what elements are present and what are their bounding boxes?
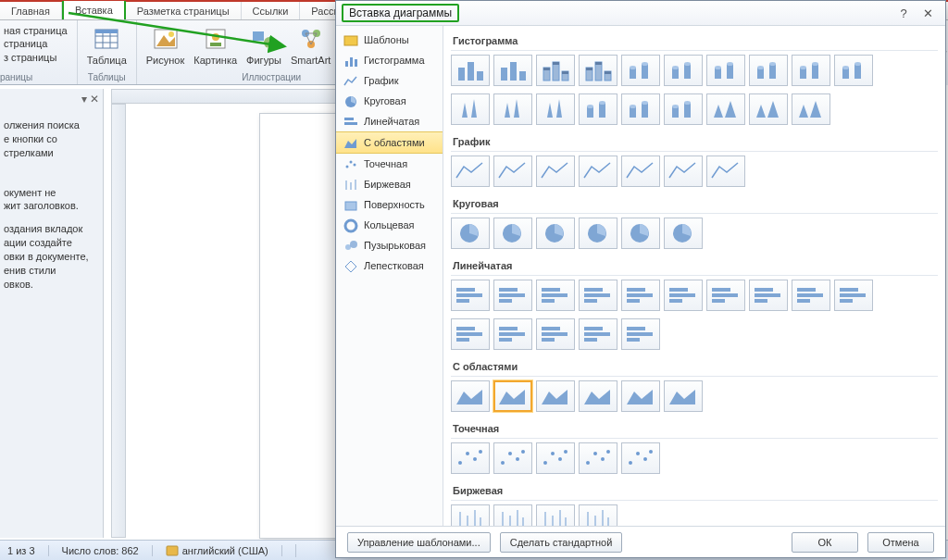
chart-thumb[interactable] bbox=[493, 504, 532, 526]
chart-gallery[interactable]: ГистограммаГрафикКруговаяЛинейчатаяС обл… bbox=[443, 26, 945, 526]
chart-thumb[interactable] bbox=[706, 93, 745, 125]
chart-thumb[interactable] bbox=[579, 218, 617, 249]
chart-thumb[interactable] bbox=[621, 380, 660, 412]
chart-thumb[interactable] bbox=[451, 442, 490, 474]
chart-thumb[interactable] bbox=[536, 156, 575, 187]
chart-thumb[interactable] bbox=[749, 93, 788, 125]
chart-thumb[interactable] bbox=[536, 318, 575, 350]
clipart-button[interactable]: Картинка bbox=[190, 22, 241, 71]
category-Пузырьковая[interactable]: Пузырьковая bbox=[336, 235, 443, 255]
chart-thumb[interactable] bbox=[664, 93, 703, 125]
chart-thumb[interactable] bbox=[493, 93, 532, 125]
chart-thumb[interactable] bbox=[451, 318, 490, 350]
category-Лепестковая[interactable]: Лепестковая bbox=[336, 255, 443, 276]
chart-thumb[interactable] bbox=[664, 280, 703, 311]
chart-thumb[interactable] bbox=[579, 156, 617, 187]
chart-thumb[interactable] bbox=[579, 504, 617, 526]
chart-thumb[interactable] bbox=[834, 55, 873, 86]
chart-thumb[interactable] bbox=[451, 218, 490, 249]
svg-rect-11 bbox=[210, 43, 221, 46]
chart-thumb[interactable] bbox=[579, 93, 617, 125]
chart-thumb[interactable] bbox=[451, 156, 490, 187]
chart-thumb[interactable] bbox=[621, 318, 660, 350]
chart-thumb[interactable] bbox=[749, 55, 788, 86]
status-lang[interactable]: английский (США) bbox=[166, 544, 296, 557]
table-button[interactable]: Таблица bbox=[83, 22, 131, 68]
category-Поверхность[interactable]: Поверхность bbox=[336, 194, 443, 215]
page-opt-2[interactable]: страница bbox=[4, 37, 68, 50]
chart-thumb[interactable] bbox=[451, 504, 490, 526]
chart-thumb[interactable] bbox=[536, 280, 575, 311]
chart-thumb[interactable] bbox=[579, 280, 617, 311]
chart-thumb[interactable] bbox=[536, 93, 575, 125]
chart-thumb[interactable] bbox=[579, 380, 617, 412]
nav-close-icon[interactable]: ▾ ✕ bbox=[81, 93, 99, 106]
chart-thumb[interactable] bbox=[792, 55, 830, 86]
chart-thumb[interactable] bbox=[536, 504, 575, 526]
tab-insert[interactable]: Вставка bbox=[62, 1, 126, 19]
page-opt-3[interactable]: з страницы bbox=[4, 51, 68, 64]
category-Шаблоны[interactable]: Шаблоны bbox=[336, 30, 443, 50]
status-wordcount[interactable]: Число слов: 862 bbox=[62, 545, 153, 556]
chart-thumb[interactable] bbox=[706, 55, 745, 86]
svg-marker-159 bbox=[499, 390, 525, 404]
chart-thumb[interactable] bbox=[451, 93, 490, 125]
chart-thumb[interactable] bbox=[493, 218, 532, 249]
help-button[interactable]: ? bbox=[892, 5, 916, 21]
chart-thumb[interactable] bbox=[579, 318, 617, 350]
chart-thumb[interactable] bbox=[792, 280, 830, 311]
page-opt-1[interactable]: ная страница bbox=[4, 24, 68, 37]
chart-thumb[interactable] bbox=[493, 442, 532, 474]
chart-thumb[interactable] bbox=[706, 156, 745, 187]
chart-thumb[interactable] bbox=[621, 156, 660, 187]
chart-thumb[interactable] bbox=[749, 280, 788, 311]
chart-thumb[interactable] bbox=[451, 280, 490, 311]
chart-thumb[interactable] bbox=[536, 442, 575, 474]
smartart-button[interactable]: SmartArt bbox=[287, 22, 334, 71]
chart-thumb[interactable] bbox=[579, 55, 617, 86]
ok-button[interactable]: ОК bbox=[792, 532, 858, 553]
chart-thumb[interactable] bbox=[621, 442, 660, 474]
chart-thumb[interactable] bbox=[792, 93, 830, 125]
chart-thumb[interactable] bbox=[664, 218, 703, 249]
set-default-button[interactable]: Сделать стандартной bbox=[500, 532, 623, 553]
chart-thumb[interactable] bbox=[493, 55, 532, 86]
category-График[interactable]: График bbox=[336, 70, 443, 91]
manage-templates-button[interactable]: Управление шаблонами... bbox=[347, 532, 491, 553]
tab-home[interactable]: Главная bbox=[0, 2, 62, 19]
category-Круговая[interactable]: Круговая bbox=[336, 91, 443, 111]
chart-thumb[interactable] bbox=[664, 156, 703, 187]
chart-thumb[interactable] bbox=[834, 280, 873, 311]
chart-thumb[interactable] bbox=[664, 55, 703, 86]
chart-thumb[interactable] bbox=[493, 156, 532, 187]
category-Линейчатая[interactable]: Линейчатая bbox=[336, 111, 443, 131]
dialog-titlebar[interactable]: Вставка диаграммы ? ✕ bbox=[336, 1, 945, 25]
cancel-button[interactable]: Отмена bbox=[867, 532, 934, 553]
chart-thumb[interactable] bbox=[451, 380, 490, 412]
chart-thumb[interactable] bbox=[664, 380, 703, 412]
close-button[interactable]: ✕ bbox=[916, 5, 940, 21]
category-Кольцевая[interactable]: Кольцевая bbox=[336, 215, 443, 235]
chart-thumb[interactable] bbox=[493, 318, 532, 350]
status-page[interactable]: 1 из 3 bbox=[7, 545, 49, 556]
chart-thumb[interactable] bbox=[536, 380, 575, 412]
category-С областями[interactable]: С областями bbox=[336, 131, 443, 154]
chart-thumb[interactable] bbox=[451, 55, 490, 86]
chart-thumb[interactable] bbox=[493, 280, 532, 311]
picture-button[interactable]: Рисунок bbox=[143, 22, 189, 71]
category-Точечная[interactable]: Точечная bbox=[336, 154, 443, 174]
chart-thumb[interactable] bbox=[621, 218, 660, 249]
category-Биржевая[interactable]: Биржевая bbox=[336, 174, 443, 194]
shapes-button[interactable]: Фигуры bbox=[243, 22, 285, 71]
chart-thumb[interactable] bbox=[579, 442, 617, 474]
tab-refs[interactable]: Ссылки bbox=[242, 2, 301, 19]
chart-thumb[interactable] bbox=[536, 55, 575, 86]
category-Гистограмма[interactable]: Гистограмма bbox=[336, 50, 443, 70]
tab-layout[interactable]: Разметка страницы bbox=[126, 2, 242, 19]
chart-thumb[interactable] bbox=[621, 93, 660, 125]
chart-thumb[interactable] bbox=[536, 218, 575, 249]
chart-thumb[interactable] bbox=[706, 280, 745, 311]
chart-thumb[interactable] bbox=[621, 55, 660, 86]
chart-thumb[interactable] bbox=[493, 380, 532, 412]
chart-thumb[interactable] bbox=[621, 280, 660, 311]
